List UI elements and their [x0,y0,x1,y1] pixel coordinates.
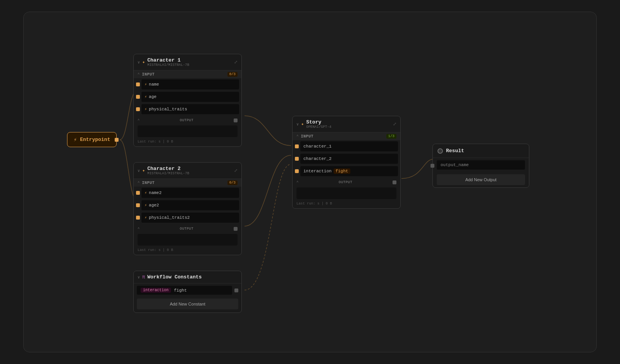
entrypoint-node[interactable]: ⚡ Entrypoint [67,132,117,147]
character2-subtitle: MISTRALAI/MISTRAL-7B [147,172,232,175]
constant-value: fight [174,288,187,293]
collapse-icon[interactable]: ∨ [138,168,140,173]
result-header: Result [433,144,529,158]
field-name-label: physical_traits [149,107,187,112]
constant-row: interaction fight [134,283,241,297]
input-badge: 1/3 [386,134,396,139]
field-connector[interactable] [136,191,140,195]
collapse-icon[interactable]: ∨ [138,275,140,280]
result-title: Result [446,148,464,154]
story-character2-field: character_2 [293,153,400,165]
field-connector[interactable] [136,203,140,207]
result-field-inner: output_name [437,160,525,170]
character1-title: Character 1 [147,57,232,63]
entrypoint-output-connector[interactable] [115,138,119,142]
field-name-label: age2 [149,203,159,208]
field-connector[interactable] [136,107,140,111]
story-input-section: ^ INPUT 1/3 [293,132,400,140]
story-node: ∨ ✦ Story OPENAI/GPT-4 ⤢ ^ INPUT 1/3 cha… [292,116,401,209]
input-section-label: INPUT [142,72,225,77]
output-label: OUTPUT [180,118,193,122]
output-preview [138,234,238,246]
character1-output-section: ^ OUTPUT Last run: s | 0 B [134,115,241,146]
field-value-label: fight [334,168,350,174]
collapse-icon[interactable]: ∨ [138,60,140,65]
last-run-text: Last run: s | 0 B [296,201,396,207]
expand-icon[interactable]: ⤢ [234,168,238,173]
canvas-wrapper: ⚡ Entrypoint ∨ ✦ Character 1 MISTRALAI/M… [23,12,597,352]
input-badge: 0/3 [227,72,238,77]
result-output-field: output_name [433,158,529,172]
output-connector[interactable] [393,180,396,184]
field-connector[interactable] [136,95,140,99]
character2-traits2-field: ⚡ physical_traits2 [134,211,241,224]
field-connector[interactable] [136,216,140,220]
bolt-icon: ⚡ [74,136,77,143]
story-subtitle: OPENAI/GPT-4 [306,125,391,129]
story-interaction-field: interaction fight [293,165,400,177]
output-caret[interactable]: ^ [138,227,140,231]
field-name-label: age [149,94,157,99]
output-connector[interactable] [234,118,238,122]
bolt-icon: ⚡ [145,203,147,208]
constant-output-connector[interactable] [234,288,238,292]
output-connector[interactable] [234,227,238,231]
field-connector[interactable] [295,169,299,173]
workflow-constants-node: ∨ π Workflow Constants interaction fight… [133,271,242,313]
constants-header: ∨ π Workflow Constants [134,271,241,283]
expand-icon[interactable]: ⤢ [234,60,238,65]
character1-header: ∨ ✦ Character 1 MISTRALAI/MISTRAL-7B ⤢ [134,54,241,70]
result-input-connector[interactable] [431,164,434,168]
input-badge: 0/3 [227,180,238,185]
field-connector[interactable] [136,82,140,86]
section-caret-icon[interactable]: ^ [296,134,298,138]
character2-title: Character 2 [147,166,232,172]
result-dot-icon [437,148,443,154]
story-header: ∨ ✦ Story OPENAI/GPT-4 ⤢ [293,116,400,132]
field-name-label: interaction [303,169,332,173]
output-preview [296,187,396,199]
bolt-icon: ⚡ [145,94,147,99]
output-caret[interactable]: ^ [296,180,298,184]
field-connector[interactable] [295,144,299,148]
bolt-icon: ⚡ [145,191,147,195]
last-run-text: Last run: s | 0 B [138,247,238,253]
constant-inner: interaction fight [137,286,232,295]
field-name-label: character_1 [303,144,332,149]
canvas: ⚡ Entrypoint ∨ ✦ Character 1 MISTRALAI/M… [24,12,596,352]
character2-output-section: ^ OUTPUT Last run: s | 0 B [134,224,241,255]
section-caret-icon[interactable]: ^ [138,72,140,76]
field-connector[interactable] [295,157,299,161]
bolt-icon: ⚡ [145,215,147,220]
character1-node: ∨ ✦ Character 1 MISTRALAI/MISTRAL-7B ⤢ ^… [133,54,242,147]
add-constant-button[interactable]: Add New Constant [137,299,238,309]
character1-name-field: ⚡ name [134,78,241,91]
bolt-icon: ⚡ [145,107,147,112]
result-node: Result output_name Add New Output [432,144,529,188]
constant-tag: interaction [141,288,171,293]
expand-icon[interactable]: ⤢ [393,122,396,127]
output-label: OUTPUT [339,180,352,184]
output-preview [138,125,238,137]
node-sparkle-icon: ✦ [301,121,304,127]
node-sparkle-icon: ✦ [142,59,145,65]
field-name-label: character_2 [303,156,332,161]
character1-input-section: ^ INPUT 0/3 [134,70,241,78]
story-output-section: ^ OUTPUT Last run: s | 0 B [293,177,400,208]
field-name-label: name [149,82,159,87]
story-character1-field: character_1 [293,140,400,153]
character1-traits-field: ⚡ physical_traits [134,103,241,115]
section-caret-icon[interactable]: ^ [138,181,140,185]
character1-age-field: ⚡ age [134,91,241,103]
story-title: Story [306,119,391,125]
character2-node: ∨ ✦ Character 2 MISTRALAI/MISTRAL-7B ⤢ ^… [133,162,242,255]
field-name-label: name2 [149,191,162,195]
character2-age2-field: ⚡ age2 [134,199,241,211]
entrypoint-label: Entrypoint [80,137,110,143]
output-caret[interactable]: ^ [138,118,140,122]
field-name-label: physical_traits2 [149,215,190,220]
bolt-icon: ⚡ [145,82,147,87]
last-run-text: Last run: s | 0 B [138,139,238,145]
collapse-icon[interactable]: ∨ [296,122,299,127]
add-output-button[interactable]: Add New Output [437,174,525,185]
